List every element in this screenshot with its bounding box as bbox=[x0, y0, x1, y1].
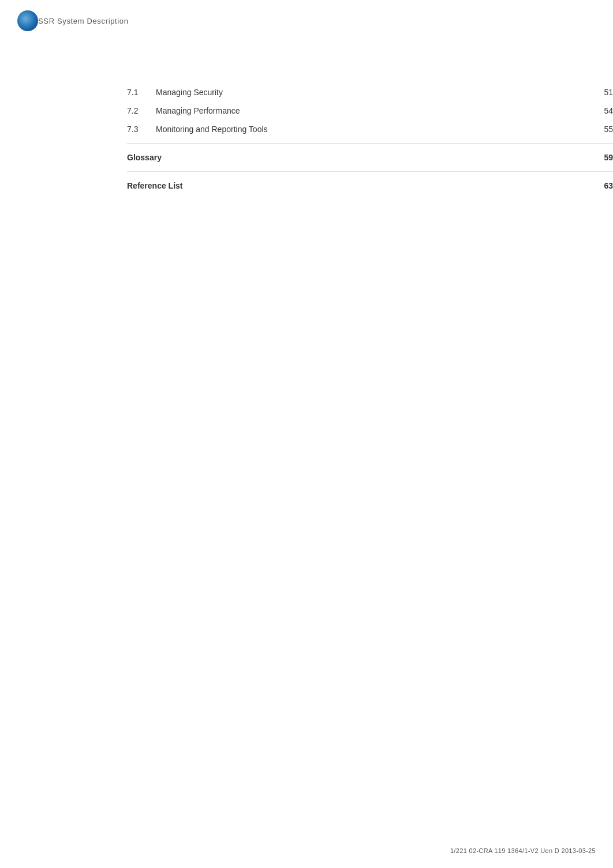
toc-number-73: 7.3 bbox=[127, 125, 156, 134]
toc-section-glossary: Glossary 59 bbox=[127, 153, 613, 162]
toc-section-glossary-title: Glossary bbox=[127, 153, 596, 162]
toc-container: 7.1 Managing Security 51 7.2 Managing Pe… bbox=[0, 42, 613, 190]
toc-section-reference: Reference List 63 bbox=[127, 181, 613, 190]
divider-1 bbox=[127, 143, 613, 144]
toc-page-71: 51 bbox=[596, 88, 613, 97]
page-footer: 1/221 02-CRA 119 1364/1-V2 Uen D 2013-03… bbox=[450, 847, 596, 854]
toc-page-72: 54 bbox=[596, 106, 613, 115]
toc-title-73: Monitoring and Reporting Tools bbox=[156, 125, 584, 134]
toc-item-71: 7.1 Managing Security 51 bbox=[127, 88, 613, 97]
document-title: SSR System Description bbox=[38, 17, 129, 25]
logo-icon bbox=[17, 10, 38, 31]
toc-item-72: 7.2 Managing Performance 54 bbox=[127, 106, 613, 115]
toc-page-73: 55 bbox=[596, 125, 613, 134]
toc-section-glossary-page: 59 bbox=[596, 153, 613, 162]
toc-title-71: Managing Security bbox=[156, 88, 584, 97]
toc-number-72: 7.2 bbox=[127, 106, 156, 115]
toc-item-73: 7.3 Monitoring and Reporting Tools 55 bbox=[127, 125, 613, 134]
page-header: SSR System Description bbox=[0, 0, 613, 42]
divider-2 bbox=[127, 171, 613, 172]
toc-section-reference-title: Reference List bbox=[127, 181, 596, 190]
toc-section-reference-page: 63 bbox=[596, 181, 613, 190]
toc-title-72: Managing Performance bbox=[156, 106, 584, 115]
toc-number-71: 7.1 bbox=[127, 88, 156, 97]
footer-text: 1/221 02-CRA 119 1364/1-V2 Uen D 2013-03… bbox=[450, 847, 596, 854]
